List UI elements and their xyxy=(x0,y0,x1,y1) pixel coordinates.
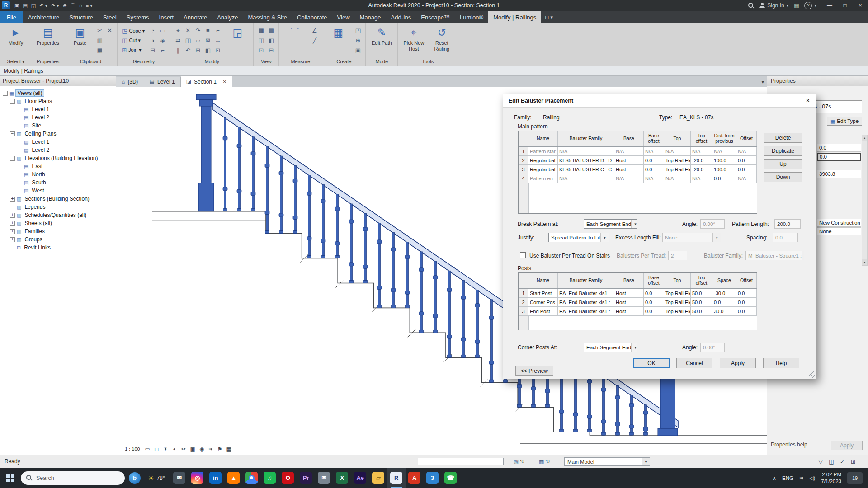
scroll-up-icon[interactable]: ▴ xyxy=(862,135,867,141)
close-icon[interactable]: × xyxy=(800,94,816,107)
table-cell[interactable]: N/A xyxy=(712,147,736,155)
close-button[interactable]: × xyxy=(853,0,868,11)
table-cell[interactable]: 1 xyxy=(519,147,528,155)
baluster[interactable] xyxy=(223,117,227,211)
home-icon[interactable]: ⌂ xyxy=(77,1,84,9)
detail-level-icon[interactable]: ◻ xyxy=(153,445,160,453)
baluster[interactable] xyxy=(363,213,368,283)
baluster[interactable] xyxy=(447,271,452,357)
justify-select[interactable]: Spread Pattern To Fit▾ xyxy=(548,233,609,242)
resize-grip[interactable] xyxy=(809,371,815,378)
taskbar-app-chrome[interactable] xyxy=(243,468,261,488)
baluster[interactable] xyxy=(433,261,438,333)
table-cell[interactable]: N/A xyxy=(664,174,691,183)
ribbon-tool-icon[interactable]: ◧ xyxy=(203,46,212,55)
property-value[interactable]: 3903.8 xyxy=(817,170,861,178)
property-value[interactable]: 0.0 xyxy=(817,153,861,161)
ribbon-tool-icon[interactable]: ∠ xyxy=(310,26,319,35)
corner-posts-at-select[interactable]: Each Segment End▾ xyxy=(584,343,637,352)
cancel-button[interactable]: Cancel xyxy=(676,358,712,368)
measure-icon[interactable]: ⌒ xyxy=(69,1,77,9)
baluster[interactable] xyxy=(405,242,410,308)
ribbon-tool-icon[interactable]: ✕ xyxy=(183,26,193,35)
crop-view-icon[interactable]: ✂ xyxy=(180,445,188,453)
ribbon-tab-manage[interactable]: Manage xyxy=(355,11,386,23)
baluster[interactable] xyxy=(419,252,424,333)
table-cell[interactable]: N/A xyxy=(691,147,712,155)
reveal-hidden-icon[interactable]: ≋ xyxy=(207,445,215,453)
ok-button[interactable]: OK xyxy=(633,358,670,368)
network-icon[interactable]: ≋ xyxy=(799,475,804,481)
taskbar-app-linkedin[interactable]: in xyxy=(207,468,225,488)
ribbon-tool-icon[interactable]: ∥ xyxy=(173,46,183,55)
ribbon-tool-icon[interactable]: ⌐ xyxy=(158,46,167,55)
crop-region-icon[interactable]: ▣ xyxy=(189,445,197,453)
ribbon-tab-structure[interactable]: Structure xyxy=(64,11,98,23)
cut-button[interactable]: ◫Cut ▾ xyxy=(120,36,146,45)
ribbon-tab-add-ins[interactable]: Add-Ins xyxy=(386,11,416,23)
ribbon-tool-icon[interactable]: ↔ xyxy=(213,36,222,45)
maximize-button[interactable]: □ xyxy=(837,0,853,11)
trim-button[interactable]: ◲ xyxy=(224,25,250,40)
filter-icon[interactable]: ▽ xyxy=(816,458,825,466)
ribbon-tool-icon[interactable]: ▦ xyxy=(95,46,104,55)
apply-button[interactable]: Apply xyxy=(720,358,756,368)
volume-icon[interactable]: ◁) xyxy=(810,475,816,481)
analytical-icon[interactable]: ▦ xyxy=(225,445,233,453)
ribbon-tool-icon[interactable]: ▥ xyxy=(95,36,104,45)
sun-path-icon[interactable]: ☀ xyxy=(162,445,170,453)
tree-item-groups[interactable]: +▥Groups xyxy=(0,235,116,244)
taskbar-app-phone[interactable]: ☎ xyxy=(442,468,460,488)
open-icon[interactable]: ▤ xyxy=(21,1,29,9)
ribbon-tab-insert[interactable]: Insert xyxy=(154,11,179,23)
baluster[interactable] xyxy=(349,204,354,283)
use-baluster-per-tread-checkbox[interactable] xyxy=(520,252,526,258)
taskbar-app-instagram[interactable]: ◎ xyxy=(189,468,207,488)
visual-style-icon[interactable]: ▭ xyxy=(144,445,151,453)
ribbon-tool-icon[interactable]: ▱ xyxy=(193,36,203,45)
tree-item-east[interactable]: ▤East xyxy=(0,162,116,170)
grid-icon[interactable]: ⊞ xyxy=(849,458,857,466)
ribbon-tool-icon[interactable]: ◳ xyxy=(353,26,363,35)
table-cell[interactable]: 2 xyxy=(519,298,528,306)
expand-icon[interactable]: + xyxy=(10,237,15,242)
ribbon-tool-icon[interactable]: ◑ xyxy=(148,36,157,45)
baluster[interactable] xyxy=(293,165,297,233)
paste-button[interactable]: ▣Paste xyxy=(67,25,93,46)
ribbon-tool-icon[interactable]: ╱ xyxy=(310,36,319,45)
view-tab-level-1[interactable]: ▤Level 1 xyxy=(144,77,181,87)
tree-item-sheets-all[interactable]: +▥Sheets (all) xyxy=(0,219,116,227)
scroll-down-icon[interactable]: ▾ xyxy=(862,259,867,265)
ribbon-tab-massing-site[interactable]: Massing & Site xyxy=(243,11,292,23)
reset-railing-button[interactable]: ↺Reset Railing xyxy=(429,25,455,52)
table-cell[interactable]: KLS5 BALUSTER D : D xyxy=(558,156,614,164)
ribbon-tool-icon[interactable]: ✂ xyxy=(95,26,104,35)
table-cell[interactable]: 0.0 xyxy=(736,156,757,164)
view-switcher-icon[interactable]: ⊡ ▾ xyxy=(541,11,557,23)
baluster[interactable] xyxy=(335,194,340,258)
hidden-icons-icon[interactable]: ∧ xyxy=(773,475,776,481)
ribbon-tool-icon[interactable]: ◫ xyxy=(256,36,266,45)
taskbar-app-spotify[interactable]: ♫ xyxy=(261,468,279,488)
notification-badge[interactable]: 19 xyxy=(847,472,863,484)
tree-item-views-all[interactable]: −▦Views (all) xyxy=(0,89,116,97)
tree-item-level-2[interactable]: ▤Level 2 xyxy=(0,146,116,154)
table-cell[interactable]: Top Rail Ele xyxy=(664,307,691,315)
ribbon-tab-systems[interactable]: Systems xyxy=(122,11,154,23)
baluster[interactable] xyxy=(615,385,620,435)
table-cell[interactable]: 0.0 xyxy=(736,298,757,306)
properties-apply-button[interactable]: Apply xyxy=(831,441,863,450)
collapse-icon[interactable]: − xyxy=(3,91,8,96)
table-cell[interactable]: Regular bal xyxy=(528,156,558,164)
table-cell[interactable]: 100.0 xyxy=(712,156,736,164)
ribbon-tool-icon[interactable]: ▦ xyxy=(256,26,266,35)
table-cell[interactable]: Corner Pos xyxy=(528,298,558,306)
table-cell[interactable]: N/A xyxy=(736,147,757,155)
design-options-status[interactable]: ▦:0 xyxy=(539,458,550,465)
baluster[interactable] xyxy=(321,185,326,258)
table-cell[interactable]: N/A xyxy=(691,174,712,183)
table-cell[interactable]: 2 xyxy=(519,156,528,164)
baluster[interactable] xyxy=(643,405,648,435)
table-cell[interactable]: Host xyxy=(614,307,644,315)
search-icon[interactable] xyxy=(748,3,754,9)
